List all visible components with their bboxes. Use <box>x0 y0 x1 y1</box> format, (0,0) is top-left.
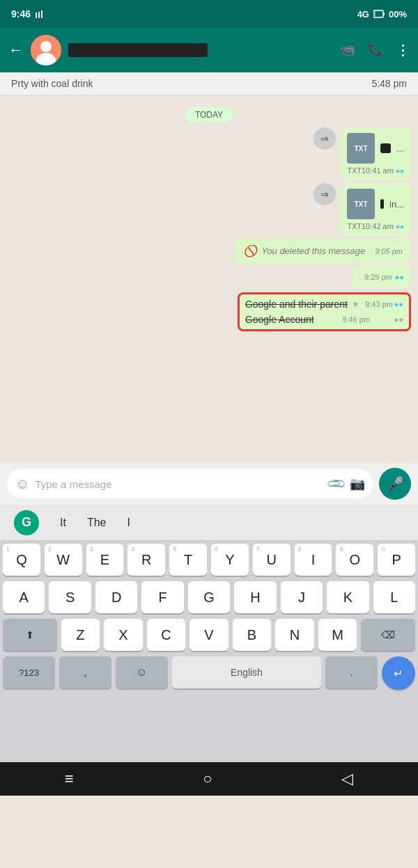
battery-level: 00% <box>389 9 407 19</box>
file-header-2: TXT in... <box>347 189 404 219</box>
file-name-redacted-1 <box>380 143 391 153</box>
highlighted-messages: Google and their parent ★ 9:43 pm ●● Goo… <box>7 290 411 334</box>
contact-name-redacted <box>68 43 208 57</box>
strike-msg-2: Google Account 9:46 pm ●● <box>245 314 403 325</box>
key-a[interactable]: A <box>3 581 45 613</box>
message-2: ⇒ TXT in... TXT 10:42 am ●● <box>7 183 411 236</box>
status-time: 9:46 <box>11 8 31 19</box>
svg-rect-0 <box>36 13 37 18</box>
message-deleted: 🚫 You deleted this message 9:05 pm <box>7 239 411 263</box>
bottom-nav: ≡ ○ ◁ <box>0 762 418 796</box>
shift-key[interactable]: ⬆ <box>3 619 57 651</box>
key-q[interactable]: 1Q <box>3 544 40 576</box>
voice-call-icon[interactable]: 📞 <box>368 42 383 58</box>
svg-point-7 <box>40 41 52 52</box>
key-v[interactable]: V <box>189 619 229 651</box>
key-b[interactable]: B <box>233 619 272 651</box>
back-button-nav[interactable]: ◁ <box>341 770 353 788</box>
file-bubble-2[interactable]: TXT in... TXT 10:42 am ●● <box>340 183 411 236</box>
strike-ticks-1: ●● <box>394 300 403 308</box>
key-h[interactable]: H <box>234 581 276 613</box>
key-y[interactable]: 6Y <box>211 544 249 576</box>
menu-button[interactable]: ≡ <box>65 770 74 788</box>
more-options-icon[interactable]: ⋮ <box>396 42 410 58</box>
comma-key[interactable]: , <box>59 656 111 688</box>
empty-time: 9:29 pm <box>364 273 392 281</box>
key-o[interactable]: 9O <box>336 544 373 576</box>
key-c[interactable]: C <box>147 619 186 651</box>
deleted-text: You deleted this message <box>261 246 365 256</box>
camera-icon[interactable]: 📷 <box>350 476 365 491</box>
svg-rect-4 <box>383 13 385 15</box>
keyboard: G It The I 1Q 2W 3E 4R 5T 6Y 7U 8I 9O 0P… <box>0 505 418 762</box>
status-right: 4G 00% <box>357 9 407 19</box>
key-k[interactable]: K <box>327 581 369 613</box>
suggest-it[interactable]: It <box>60 516 66 529</box>
suggest-the[interactable]: The <box>87 516 107 529</box>
key-u[interactable]: 7U <box>253 544 291 576</box>
key-s[interactable]: S <box>49 581 91 613</box>
file-meta-1: TXT 10:41 am ●● <box>347 166 404 175</box>
file-type-label-1: TXT <box>347 166 362 175</box>
space-key[interactable]: English <box>172 656 321 688</box>
home-button[interactable]: ○ <box>203 770 212 788</box>
strike-time-1: 9:43 pm <box>365 300 393 308</box>
message-input-wrapper[interactable]: ☺ Type a message 📎 📷 <box>7 469 373 498</box>
key-x[interactable]: X <box>104 619 143 651</box>
deleted-time: 9:05 pm <box>375 247 403 255</box>
key-w[interactable]: 2W <box>45 544 82 576</box>
file-time-2: 10:42 am ●● <box>362 222 404 230</box>
key-e[interactable]: 3E <box>86 544 124 576</box>
key-d[interactable]: D <box>95 581 137 613</box>
message-1: ⇒ TXT ... TXT 10:41 am ●● <box>7 127 411 180</box>
file-suffix-2: in... <box>389 199 404 210</box>
key-m[interactable]: M <box>318 619 357 651</box>
key-i[interactable]: 8I <box>295 544 332 576</box>
keys-area: 1Q 2W 3E 4R 5T 6Y 7U 8I 9O 0P A S D F G … <box>0 541 418 690</box>
key-l[interactable]: L <box>373 581 415 613</box>
key-z[interactable]: Z <box>61 619 100 651</box>
chat-header: ← 📹 📞 ⋮ <box>0 28 418 72</box>
preview-time: 5:48 pm <box>371 78 407 89</box>
file-time-1: 10:41 am ●● <box>362 166 404 175</box>
emoji-icon[interactable]: ☺ <box>15 476 29 492</box>
status-left: 9:46 <box>11 8 47 19</box>
back-button[interactable]: ← <box>8 41 24 59</box>
key-f[interactable]: F <box>141 581 183 613</box>
grammarly-icon[interactable]: G <box>14 510 39 535</box>
empty-time-row: 9:29 pm ●● <box>359 273 404 281</box>
key-j[interactable]: J <box>281 581 323 613</box>
ticks-1: ●● <box>396 167 404 175</box>
preview-text: Prty with coal drink <box>11 78 93 89</box>
forward-icon-1[interactable]: ⇒ <box>314 127 336 150</box>
mic-icon: 🎤 <box>387 475 404 492</box>
forward-icon-2[interactable]: ⇒ <box>314 183 336 205</box>
attach-icon[interactable]: 📎 <box>325 473 347 494</box>
key-row-bottom: ?123 , ☺ English . ↵ <box>3 656 415 690</box>
key-t[interactable]: 5T <box>169 544 207 576</box>
block-icon: 🚫 <box>243 244 257 258</box>
video-call-icon[interactable]: 📹 <box>340 42 355 58</box>
strike-time-2: 9:46 pm <box>342 315 370 324</box>
file-meta-2: TXT 10:42 am ●● <box>347 222 404 230</box>
delete-key[interactable]: ⌫ <box>361 619 415 651</box>
key-p[interactable]: 0P <box>378 544 415 576</box>
message-placeholder: Type a message <box>35 478 323 490</box>
suggest-i[interactable]: I <box>127 516 130 529</box>
key-row-2: A S D F G H J K L <box>3 581 415 613</box>
file-bubble-1[interactable]: TXT ... TXT 10:41 am ●● <box>340 127 411 180</box>
emoji-key[interactable]: ☺ <box>116 656 168 688</box>
num-key[interactable]: ?123 <box>3 656 55 688</box>
strike-text-2: Google Account <box>245 314 314 325</box>
mic-button[interactable]: 🎤 <box>379 468 411 500</box>
avatar[interactable] <box>31 35 61 65</box>
header-actions: 📹 📞 ⋮ <box>340 42 410 58</box>
bubble-empty: 9:29 pm ●● <box>352 266 411 287</box>
period-key[interactable]: . <box>325 656 378 688</box>
status-bar: 9:46 4G 00% <box>0 0 418 28</box>
enter-key[interactable]: ↵ <box>382 656 415 690</box>
key-n[interactable]: N <box>275 619 314 651</box>
message-empty: 9:29 pm ●● <box>7 266 411 287</box>
key-g[interactable]: G <box>188 581 230 613</box>
key-r[interactable]: 4R <box>127 544 165 576</box>
